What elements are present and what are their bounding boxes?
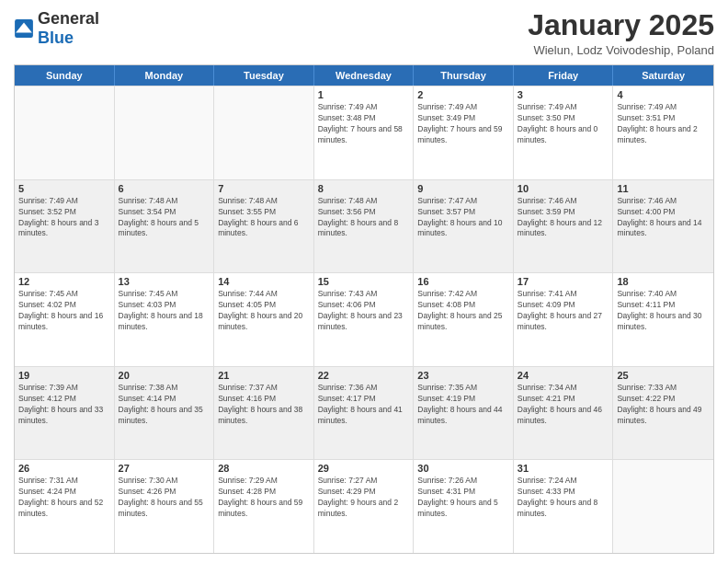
day-number: 19 (18, 370, 110, 381)
cell-info: Sunrise: 7:49 AM Sunset: 3:51 PM Dayligh… (617, 102, 710, 146)
calendar-cell: 15Sunrise: 7:43 AM Sunset: 4:06 PM Dayli… (314, 273, 415, 366)
day-number: 21 (218, 370, 310, 381)
cell-info: Sunrise: 7:40 AM Sunset: 4:11 PM Dayligh… (617, 289, 710, 333)
day-number: 16 (417, 276, 509, 287)
cell-info: Sunrise: 7:45 AM Sunset: 4:03 PM Dayligh… (119, 289, 210, 333)
day-number: 6 (119, 183, 210, 194)
day-number: 20 (119, 370, 210, 381)
cell-info: Sunrise: 7:34 AM Sunset: 4:21 PM Dayligh… (518, 383, 609, 427)
cell-info: Sunrise: 7:38 AM Sunset: 4:14 PM Dayligh… (119, 383, 210, 427)
weekday-header: Sunday (15, 65, 115, 86)
day-number: 2 (417, 89, 509, 100)
cell-info: Sunrise: 7:30 AM Sunset: 4:26 PM Dayligh… (119, 476, 210, 520)
cell-info: Sunrise: 7:44 AM Sunset: 4:05 PM Dayligh… (218, 289, 310, 333)
cell-info: Sunrise: 7:47 AM Sunset: 3:57 PM Dayligh… (417, 196, 509, 240)
calendar-row: 12Sunrise: 7:45 AM Sunset: 4:02 PM Dayli… (15, 272, 713, 366)
day-number: 8 (318, 183, 410, 194)
cell-info: Sunrise: 7:33 AM Sunset: 4:22 PM Dayligh… (617, 383, 710, 427)
calendar-cell (214, 86, 314, 179)
calendar-row: 19Sunrise: 7:39 AM Sunset: 4:12 PM Dayli… (15, 366, 713, 460)
calendar-cell: 12Sunrise: 7:45 AM Sunset: 4:02 PM Dayli… (15, 273, 115, 366)
cell-info: Sunrise: 7:35 AM Sunset: 4:19 PM Dayligh… (417, 383, 509, 427)
day-number: 4 (617, 89, 710, 100)
cell-info: Sunrise: 7:41 AM Sunset: 4:09 PM Dayligh… (518, 289, 609, 333)
cell-info: Sunrise: 7:29 AM Sunset: 4:28 PM Dayligh… (218, 476, 310, 520)
calendar-cell: 22Sunrise: 7:36 AM Sunset: 4:17 PM Dayli… (314, 367, 415, 460)
weekday-header: Friday (514, 65, 614, 86)
day-number: 14 (218, 276, 310, 287)
calendar-cell: 3Sunrise: 7:49 AM Sunset: 3:50 PM Daylig… (514, 86, 614, 179)
calendar-cell: 11Sunrise: 7:46 AM Sunset: 4:00 PM Dayli… (613, 180, 713, 273)
cell-info: Sunrise: 7:27 AM Sunset: 4:29 PM Dayligh… (318, 476, 410, 520)
calendar-cell (613, 460, 713, 553)
cell-info: Sunrise: 7:48 AM Sunset: 3:56 PM Dayligh… (318, 196, 410, 240)
calendar-cell: 29Sunrise: 7:27 AM Sunset: 4:29 PM Dayli… (314, 460, 415, 553)
day-number: 24 (518, 370, 609, 381)
cell-info: Sunrise: 7:26 AM Sunset: 4:31 PM Dayligh… (417, 476, 509, 520)
calendar: SundayMondayTuesdayWednesdayThursdayFrid… (14, 64, 714, 554)
calendar-cell: 31Sunrise: 7:24 AM Sunset: 4:33 PM Dayli… (514, 460, 614, 553)
calendar-cell: 23Sunrise: 7:35 AM Sunset: 4:19 PM Dayli… (414, 367, 514, 460)
calendar-cell: 13Sunrise: 7:45 AM Sunset: 4:03 PM Dayli… (115, 273, 215, 366)
calendar-cell: 9Sunrise: 7:47 AM Sunset: 3:57 PM Daylig… (414, 180, 514, 273)
calendar-cell: 17Sunrise: 7:41 AM Sunset: 4:09 PM Dayli… (514, 273, 614, 366)
day-number: 29 (318, 463, 410, 474)
cell-info: Sunrise: 7:37 AM Sunset: 4:16 PM Dayligh… (218, 383, 310, 427)
calendar-body: 1Sunrise: 7:49 AM Sunset: 3:48 PM Daylig… (15, 86, 713, 553)
weekday-header: Thursday (414, 65, 514, 86)
calendar-cell: 1Sunrise: 7:49 AM Sunset: 3:48 PM Daylig… (314, 86, 415, 179)
calendar-cell: 19Sunrise: 7:39 AM Sunset: 4:12 PM Dayli… (15, 367, 115, 460)
calendar-cell: 27Sunrise: 7:30 AM Sunset: 4:26 PM Dayli… (115, 460, 215, 553)
calendar-cell: 25Sunrise: 7:33 AM Sunset: 4:22 PM Dayli… (613, 367, 713, 460)
weekday-header: Monday (115, 65, 215, 86)
day-number: 25 (617, 370, 710, 381)
title-area: January 2025 Wielun, Lodz Voivodeship, P… (528, 9, 714, 57)
cell-info: Sunrise: 7:24 AM Sunset: 4:33 PM Dayligh… (518, 476, 609, 520)
day-number: 23 (417, 370, 509, 381)
calendar-cell (115, 86, 215, 179)
calendar-cell: 26Sunrise: 7:31 AM Sunset: 4:24 PM Dayli… (15, 460, 115, 553)
calendar-cell: 2Sunrise: 7:49 AM Sunset: 3:49 PM Daylig… (414, 86, 514, 179)
logo: General Blue (14, 9, 99, 48)
cell-info: Sunrise: 7:46 AM Sunset: 3:59 PM Dayligh… (518, 196, 609, 240)
location: Wielun, Lodz Voivodeship, Poland (528, 43, 714, 57)
calendar-cell (15, 86, 115, 179)
day-number: 3 (518, 89, 609, 100)
month-title: January 2025 (528, 9, 714, 41)
calendar-cell: 5Sunrise: 7:49 AM Sunset: 3:52 PM Daylig… (15, 180, 115, 273)
logo-general: General (38, 9, 99, 28)
cell-info: Sunrise: 7:49 AM Sunset: 3:52 PM Dayligh… (18, 196, 110, 240)
calendar-cell: 14Sunrise: 7:44 AM Sunset: 4:05 PM Dayli… (214, 273, 314, 366)
cell-info: Sunrise: 7:43 AM Sunset: 4:06 PM Dayligh… (318, 289, 410, 333)
calendar-cell: 16Sunrise: 7:42 AM Sunset: 4:08 PM Dayli… (414, 273, 514, 366)
cell-info: Sunrise: 7:42 AM Sunset: 4:08 PM Dayligh… (417, 289, 509, 333)
day-number: 10 (518, 183, 609, 194)
cell-info: Sunrise: 7:48 AM Sunset: 3:55 PM Dayligh… (218, 196, 310, 240)
day-number: 1 (318, 89, 410, 100)
cell-info: Sunrise: 7:45 AM Sunset: 4:02 PM Dayligh… (18, 289, 110, 333)
weekday-header: Tuesday (214, 65, 314, 86)
calendar-cell: 20Sunrise: 7:38 AM Sunset: 4:14 PM Dayli… (115, 367, 215, 460)
calendar-cell: 30Sunrise: 7:26 AM Sunset: 4:31 PM Dayli… (414, 460, 514, 553)
weekday-header: Wednesday (314, 65, 415, 86)
calendar-row: 26Sunrise: 7:31 AM Sunset: 4:24 PM Dayli… (15, 459, 713, 553)
day-number: 22 (318, 370, 410, 381)
cell-info: Sunrise: 7:39 AM Sunset: 4:12 PM Dayligh… (18, 383, 110, 427)
cell-info: Sunrise: 7:36 AM Sunset: 4:17 PM Dayligh… (318, 383, 410, 427)
calendar-cell: 21Sunrise: 7:37 AM Sunset: 4:16 PM Dayli… (214, 367, 314, 460)
cell-info: Sunrise: 7:49 AM Sunset: 3:48 PM Dayligh… (318, 102, 410, 146)
calendar-cell: 8Sunrise: 7:48 AM Sunset: 3:56 PM Daylig… (314, 180, 415, 273)
cell-info: Sunrise: 7:49 AM Sunset: 3:49 PM Dayligh… (417, 102, 509, 146)
calendar-cell: 18Sunrise: 7:40 AM Sunset: 4:11 PM Dayli… (613, 273, 713, 366)
calendar-cell: 6Sunrise: 7:48 AM Sunset: 3:54 PM Daylig… (115, 180, 215, 273)
calendar-cell: 10Sunrise: 7:46 AM Sunset: 3:59 PM Dayli… (514, 180, 614, 273)
cell-info: Sunrise: 7:31 AM Sunset: 4:24 PM Dayligh… (18, 476, 110, 520)
day-number: 17 (518, 276, 609, 287)
calendar-row: 1Sunrise: 7:49 AM Sunset: 3:48 PM Daylig… (15, 86, 713, 179)
day-number: 12 (18, 276, 110, 287)
day-number: 13 (119, 276, 210, 287)
cell-info: Sunrise: 7:46 AM Sunset: 4:00 PM Dayligh… (617, 196, 710, 240)
calendar-cell: 28Sunrise: 7:29 AM Sunset: 4:28 PM Dayli… (214, 460, 314, 553)
weekday-header: Saturday (613, 65, 713, 86)
day-number: 27 (119, 463, 210, 474)
